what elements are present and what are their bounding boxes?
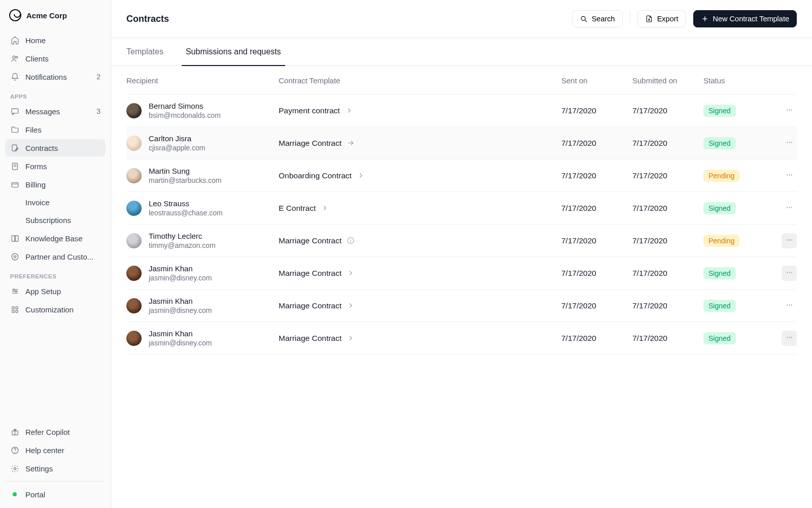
sidebar-item-label: Settings — [25, 464, 100, 473]
brand-name: Acme Corp — [26, 11, 67, 20]
tab-templates[interactable]: Templates — [126, 38, 163, 66]
sidebar-item-home[interactable]: Home — [5, 31, 106, 49]
sidebar-item-label: Customization — [25, 305, 100, 314]
sidebar-item-invoice[interactable]: Invoice — [5, 194, 106, 211]
template-cell[interactable]: Payment contract — [279, 106, 561, 115]
table-row[interactable]: Timothy Leclerc timmy@amazon.com Marriag… — [126, 225, 797, 257]
help-icon — [10, 446, 19, 455]
table-row[interactable]: Bernard Simons bsim@mcdonalds.com Paymen… — [126, 94, 797, 127]
status-cell: Signed — [703, 202, 774, 214]
sidebar-item-settings[interactable]: Settings — [5, 460, 106, 477]
recipient-name: Timothy Leclerc — [149, 232, 216, 240]
table-row[interactable]: Jasmin Khan jasmin@disney.com Marriage C… — [126, 290, 797, 322]
template-cell[interactable]: Onboarding Contract — [279, 171, 561, 180]
status-cell: Signed — [703, 105, 774, 117]
submitted-on: 7/17/2020 — [632, 204, 703, 213]
template-cell[interactable]: Marriage Contract — [279, 236, 561, 245]
recipient-email: jasmin@disney.com — [149, 274, 212, 282]
chevron-right-icon — [321, 204, 329, 212]
sidebar-item-files[interactable]: Files — [5, 121, 106, 138]
template-cell[interactable]: Marriage Contract — [279, 301, 561, 310]
recipient-cell: Martin Sung martin@starbucks.com — [126, 167, 279, 184]
row-more-button[interactable] — [782, 103, 797, 118]
recipient-name: Jasmin Khan — [149, 329, 212, 338]
search-button[interactable]: Search — [572, 10, 623, 27]
table-row[interactable]: Jasmin Khan jasmin@disney.com Marriage C… — [126, 322, 797, 355]
avatar — [126, 103, 142, 118]
status-badge: Signed — [703, 105, 736, 117]
status-cell: Signed — [703, 137, 774, 149]
status-cell: Signed — [703, 300, 774, 312]
template-cell[interactable]: E Contract — [279, 204, 561, 213]
new-contract-template-button[interactable]: New Contract Template — [693, 10, 797, 27]
sidebar-item-messages[interactable]: Messages3 — [5, 103, 106, 120]
row-more-button[interactable] — [782, 201, 797, 216]
sidebar-item-refer[interactable]: Refer Copilot — [5, 423, 106, 440]
submitted-on: 7/17/2020 — [632, 106, 703, 115]
sidebar-item-portal[interactable]: Portal — [5, 486, 106, 503]
export-button[interactable]: Export — [637, 10, 686, 27]
badge-count: 3 — [96, 107, 100, 115]
template-cell[interactable]: Marriage Contract — [279, 139, 561, 148]
sidebar-item-billing[interactable]: Billing — [5, 176, 106, 193]
badge-count: 2 — [96, 73, 100, 81]
status-badge: Signed — [703, 137, 736, 149]
status-badge: Pending — [703, 170, 739, 182]
avatar — [126, 136, 142, 151]
tab-submissions[interactable]: Submissions and requests — [186, 38, 281, 66]
recipient-cell: Timothy Leclerc timmy@amazon.com — [126, 232, 279, 249]
sidebar-item-label: Invoice — [25, 198, 100, 207]
sidebar-item-forms[interactable]: Forms — [5, 157, 106, 175]
sidebar-item-label: Billing — [25, 180, 100, 189]
book-icon — [10, 234, 19, 243]
more-icon — [785, 203, 794, 213]
table-row[interactable]: Carlton Jisra cjisra@apple.com Marriage … — [126, 127, 797, 160]
card-icon — [10, 180, 19, 189]
brand[interactable]: Acme Corp — [5, 9, 106, 31]
sent-on: 7/17/2020 — [561, 236, 632, 245]
more-icon — [785, 268, 794, 278]
sidebar-item-subscriptions[interactable]: Subscriptions — [5, 212, 106, 229]
recipient-cell: Jasmin Khan jasmin@disney.com — [126, 297, 279, 314]
row-more-button[interactable] — [782, 331, 797, 346]
row-more-button[interactable] — [782, 168, 797, 183]
table-row[interactable]: Martin Sung martin@starbucks.com Onboard… — [126, 160, 797, 192]
row-more-button[interactable] — [782, 298, 797, 313]
template-cell[interactable]: Marriage Contract — [279, 334, 561, 343]
template-name: Marriage Contract — [279, 301, 342, 310]
recipient-cell: Jasmin Khan jasmin@disney.com — [126, 264, 279, 282]
gear-round-icon — [10, 252, 19, 261]
template-name: E Contract — [279, 204, 316, 213]
table-row[interactable]: Leo Strauss leostrauss@chase.com E Contr… — [126, 192, 797, 225]
sidebar-item-app-setup[interactable]: App Setup — [5, 282, 106, 300]
more-icon — [785, 236, 794, 246]
portal-label: Portal — [25, 490, 100, 499]
sidebar-item-customization[interactable]: Customization — [5, 301, 106, 318]
recipient-cell: Carlton Jisra cjisra@apple.com — [126, 134, 279, 152]
sidebar-item-help[interactable]: Help center — [5, 441, 106, 459]
sidebar-item-kb[interactable]: Knowledge Base — [5, 230, 106, 247]
sidebar-item-notifications[interactable]: Notifications2 — [5, 68, 106, 85]
template-cell[interactable]: Marriage Contract — [279, 269, 561, 278]
th-recipient: Recipient — [126, 76, 279, 85]
sidebar-item-partner[interactable]: Partner and Custo... — [5, 248, 106, 265]
recipient-email: timmy@amazon.com — [149, 241, 216, 249]
sidebar-item-clients[interactable]: Clients — [5, 50, 106, 67]
row-more-button[interactable] — [782, 233, 797, 248]
sidebar-item-label: Contracts — [25, 144, 100, 152]
th-submitted: Submitted on — [632, 76, 703, 85]
row-more-button[interactable] — [782, 266, 797, 281]
sent-on: 7/17/2020 — [561, 204, 632, 213]
sidebar-item-contracts[interactable]: Contracts — [5, 139, 106, 156]
table-row[interactable]: Jasmin Khan jasmin@disney.com Marriage C… — [126, 257, 797, 290]
chevron-right-icon — [357, 172, 365, 180]
row-more-button[interactable] — [782, 136, 797, 151]
search-icon — [580, 15, 588, 23]
more-icon — [785, 171, 794, 181]
sent-on: 7/17/2020 — [561, 301, 632, 310]
submitted-on: 7/17/2020 — [632, 171, 703, 180]
info-icon — [347, 237, 355, 245]
chevron-right-icon — [347, 302, 355, 310]
submitted-on: 7/17/2020 — [632, 334, 703, 343]
recipient-name: Jasmin Khan — [149, 297, 212, 305]
